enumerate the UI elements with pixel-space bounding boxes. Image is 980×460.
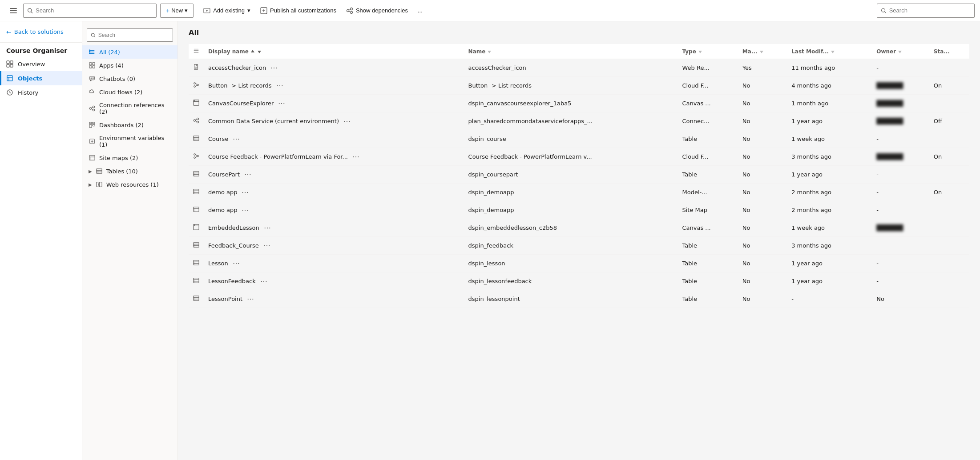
web-resources-expand-icon[interactable]: ▶ [89,182,92,187]
sidebar-item-overview[interactable]: Overview [0,57,82,71]
obj-item-cloud-flows[interactable]: Cloud flows (2) [82,85,177,99]
row-more-button[interactable]: ⋯ [242,169,253,180]
row-status [929,166,969,184]
back-label: Back to solutions [14,28,64,35]
row-last-modified: 1 week ago [787,130,872,148]
table-row[interactable]: CanvasCourseExplorer ⋯ dspin_canvascours… [189,95,969,112]
row-more-button[interactable]: ⋯ [240,187,250,197]
table-row[interactable]: demo app ⋯ dspin_demoapp Model-... No 2 … [189,184,969,201]
row-more-button[interactable]: ⋯ [231,258,242,268]
table-row[interactable]: Course ⋯ dspin_course Table No 1 week ag… [189,130,969,148]
name-sort[interactable]: Name [468,48,492,55]
publish-button[interactable]: Publish all customizations [256,4,341,18]
table-row[interactable]: Feedback_Course ⋯ dspin_feedback Table N… [189,237,969,255]
col-header-status[interactable]: Sta... [929,44,969,59]
row-type: Table [678,272,738,290]
row-last-modified: 2 months ago [787,184,872,201]
svg-line-79 [195,85,197,87]
row-more-button[interactable]: ⋯ [274,80,285,91]
row-display-name: EmbeddedLesson ⋯ [204,219,464,237]
row-more-button[interactable]: ⋯ [262,223,273,233]
top-search-box[interactable] [23,4,157,18]
table-row[interactable]: Lesson ⋯ dspin_lesson Table No 1 year ag… [189,255,969,272]
row-more-button[interactable]: ⋯ [240,205,250,215]
table-row[interactable]: Common Data Service (current environment… [189,112,969,130]
col-header-select[interactable] [189,44,204,59]
row-more-button[interactable]: ⋯ [351,152,361,162]
objects-search-input[interactable] [98,32,169,38]
back-to-solutions-link[interactable]: ← Back to solutions [0,21,82,43]
obj-tables-label: Tables (10) [106,168,171,175]
row-type: Table [678,290,738,308]
svg-line-15 [349,11,350,12]
row-managed: No [738,290,787,308]
table-row[interactable]: LessonPoint ⋯ dspin_lessonpoint Table No… [189,290,969,308]
obj-item-site-maps[interactable]: Site maps (2) [82,151,177,164]
tables-expand-icon[interactable]: ▶ [89,169,92,174]
row-more-button[interactable]: ⋯ [245,294,256,304]
row-owner: ██████ [872,95,929,112]
hamburger-button[interactable] [5,3,21,19]
obj-item-connection-refs[interactable]: Connection references (2) [82,99,177,118]
obj-item-tables[interactable]: ▶ Tables (10) [82,164,177,178]
row-status [929,59,969,77]
obj-item-dashboards[interactable]: Dashboards (2) [82,118,177,132]
display-name-sort[interactable]: Display name [208,48,262,55]
row-more-button[interactable]: ⋯ [276,98,287,108]
new-label: New [171,7,183,14]
col-header-display-name[interactable]: Display name [204,44,464,59]
svg-line-87 [196,121,197,122]
col-header-owner[interactable]: Owner [872,44,929,59]
obj-item-chatbots[interactable]: Chatbots (0) [82,72,177,85]
objects-search-box[interactable] [87,28,173,42]
row-name: dspin_embeddedlesson_c2b58 [464,219,678,237]
tables-icon [96,168,103,175]
top-search-input[interactable] [36,7,153,14]
row-owner: - [872,255,929,272]
row-more-button[interactable]: ⋯ [258,276,269,286]
col-header-last-modified[interactable]: Last Modif... [787,44,872,59]
row-managed: No [738,272,787,290]
right-search-box[interactable] [877,4,975,18]
table-row[interactable]: EmbeddedLesson ⋯ dspin_embeddedlesson_c2… [189,219,969,237]
new-button[interactable]: + New ▾ [160,4,194,18]
row-owner: ██████ [872,219,929,237]
table-row[interactable]: CoursePart ⋯ dspin_coursepart Table No 1… [189,166,969,184]
sidebar-item-objects[interactable]: Objects [0,71,82,85]
table-row[interactable]: Button -> List records ⋯ Button -> List … [189,77,969,95]
obj-item-apps[interactable]: Apps (4) [82,59,177,72]
show-dependencies-button[interactable]: Show dependencies [342,4,412,18]
row-name: dspin_lesson [464,255,678,272]
row-owner: - [872,184,929,201]
sort-desc-icon [257,49,262,54]
row-more-button[interactable]: ⋯ [231,134,242,144]
sidebar: ← Back to solutions Course Organiser Ove… [0,21,82,460]
row-more-button[interactable]: ⋯ [342,116,352,126]
table-row[interactable]: LessonFeedback ⋯ dspin_lessonfeedback Ta… [189,272,969,290]
obj-item-web-resources[interactable]: ▶ Web resources (1) [82,178,177,191]
col-header-name[interactable]: Name [464,44,678,59]
obj-item-all[interactable]: All (24) [82,45,177,59]
row-icon-cell [189,201,204,219]
row-more-button[interactable]: ⋯ [269,63,279,73]
chevron-down-icon: ▾ [185,7,188,14]
col-header-type[interactable]: Type [678,44,738,59]
col-header-managed[interactable]: Ma... [738,44,787,59]
add-existing-button[interactable]: Add existing ▾ [199,4,255,18]
table-row[interactable]: Course Feedback - PowerPlatformLearn via… [189,148,969,166]
sidebar-item-history[interactable]: History [0,85,82,100]
svg-point-11 [347,9,349,12]
objects-search-area[interactable] [82,25,177,45]
svg-rect-115 [194,260,199,265]
table-row[interactable]: demo app ⋯ dspin_demoapp Site Map No 2 m… [189,201,969,219]
svg-line-78 [195,84,197,85]
right-search-input[interactable] [889,7,971,14]
table-row[interactable]: accessChecker_icon ⋯ accessChecker_icon … [189,59,969,77]
row-last-modified: 3 months ago [787,237,872,255]
more-options-button[interactable]: ... [413,4,427,18]
row-type: Site Map [678,201,738,219]
plus-icon: + [166,7,169,14]
obj-item-env-vars[interactable]: Environment variables (1) [82,132,177,151]
row-more-button[interactable]: ⋯ [262,240,272,251]
add-existing-icon [203,7,210,14]
